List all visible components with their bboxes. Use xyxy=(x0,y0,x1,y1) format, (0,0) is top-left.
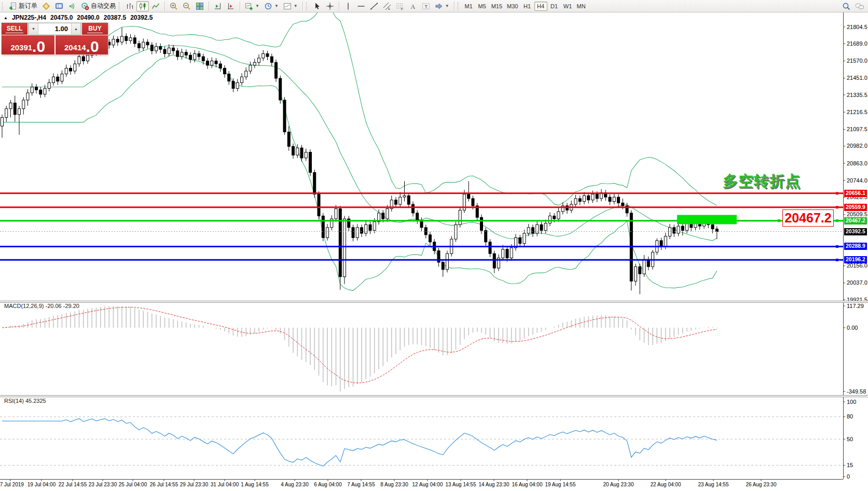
volume-down-button[interactable]: ▼ xyxy=(29,23,38,34)
fibonacci-button[interactable]: F xyxy=(394,1,406,11)
buy-button[interactable]: BUY xyxy=(82,23,108,35)
timeframe-button-mn[interactable]: MN xyxy=(575,2,588,11)
buy-price: 20414 xyxy=(64,43,86,52)
candlestick-chart-icon xyxy=(139,2,147,10)
mt5-window: 新订单 自动交易 ▼ ▼ ▼ E F A T ▼ xyxy=(0,0,868,491)
hline-handle[interactable] xyxy=(836,206,838,208)
signal-button[interactable] xyxy=(66,1,78,11)
buy-price-button[interactable]: 20414.0 xyxy=(56,35,108,54)
quote-close: 20392.5 xyxy=(130,14,153,21)
sell-price-frac: .0 xyxy=(32,39,45,54)
horizontal-line-icon xyxy=(357,2,365,10)
svg-text:F: F xyxy=(401,7,403,10)
timeframe-button-d1[interactable]: D1 xyxy=(548,2,561,11)
navigator-button[interactable] xyxy=(53,1,65,11)
volume-value[interactable]: 1.00 xyxy=(38,23,71,34)
equidistant-channel-icon: E xyxy=(383,2,391,10)
candlestick-chart-button[interactable] xyxy=(136,1,149,11)
vertical-line-button[interactable] xyxy=(342,1,354,11)
chevron-down-icon: ▼ xyxy=(274,4,279,8)
periods-button[interactable]: ▼ xyxy=(262,1,281,11)
new-chart-button[interactable]: ▼ xyxy=(243,1,261,11)
shapes-button[interactable]: ▼ xyxy=(433,1,451,11)
algo-trading-button[interactable]: 自动交易 xyxy=(79,1,118,11)
rsi-panel-separator[interactable] xyxy=(0,395,868,397)
green-rect-annotation[interactable] xyxy=(677,215,737,225)
zoom-in-button[interactable] xyxy=(168,1,180,11)
toolbar-grip[interactable] xyxy=(458,2,460,10)
chart-shift-icon xyxy=(227,2,235,10)
quote-header: ▲ JPN225-,H4 20475.0 20490.0 20387.5 203… xyxy=(4,14,153,21)
text-label-button[interactable]: T xyxy=(420,1,432,11)
trendline-button[interactable] xyxy=(368,1,380,11)
price-badge-20288.9: 20288.9 xyxy=(844,243,867,250)
hline-handle[interactable] xyxy=(836,219,838,222)
equidistant-channel-button[interactable]: E xyxy=(381,1,393,11)
hline-handle[interactable] xyxy=(836,259,838,261)
cursor-button[interactable] xyxy=(311,1,323,11)
price-badge-20656.1: 20656.1 xyxy=(844,190,867,197)
buy-label: BUY xyxy=(87,25,102,33)
crosshair-icon xyxy=(326,2,334,10)
macd-histogram xyxy=(2,306,717,391)
sell-button[interactable]: SELL xyxy=(2,23,27,35)
templates-button[interactable]: ▼ xyxy=(281,1,300,11)
timeframe-button-m15[interactable]: M15 xyxy=(489,2,504,11)
chevron-down-icon: ▼ xyxy=(294,4,298,8)
timeframe-button-m1[interactable]: M1 xyxy=(462,2,475,11)
hline-handle[interactable] xyxy=(836,192,838,194)
timeframe-group: M1M5M15M30H1H4D1W1MN xyxy=(462,2,588,11)
collapse-panel-icon[interactable]: ▲ xyxy=(4,16,8,20)
algo-trading-label: 自动交易 xyxy=(91,2,116,10)
sell-price-button[interactable]: 20391.0 xyxy=(2,35,54,54)
toolbar-grip[interactable] xyxy=(306,2,309,10)
auto-scroll-button[interactable] xyxy=(212,1,224,11)
new-order-button[interactable]: 新订单 xyxy=(7,1,39,11)
line-chart-button[interactable] xyxy=(149,1,162,11)
chevron-down-icon: ▼ xyxy=(255,4,259,8)
chart-canvas[interactable] xyxy=(0,0,868,491)
tile-windows-icon xyxy=(196,2,204,10)
signal-icon xyxy=(68,2,76,10)
search-button[interactable] xyxy=(840,1,852,11)
sell-price: 20391 xyxy=(10,43,32,52)
symbol-timeframe-label: JPN225-,H4 xyxy=(12,14,46,21)
timeframe-button-m30[interactable]: M30 xyxy=(505,2,520,11)
macd-panel-separator[interactable] xyxy=(0,301,868,303)
tile-windows-button[interactable] xyxy=(194,1,206,11)
macd-label: MACD(12,26,9) -20.06 -29.20 xyxy=(4,303,79,309)
timeframe-button-h4[interactable]: H4 xyxy=(534,2,547,11)
rsi-label: RSI(14) 45.2325 xyxy=(4,398,46,404)
buy-price-frac: .0 xyxy=(86,39,99,54)
market-watch-button[interactable] xyxy=(40,1,52,11)
svg-text:A: A xyxy=(410,3,415,10)
timeframe-button-w1[interactable]: W1 xyxy=(561,2,574,11)
text-button[interactable]: A xyxy=(407,1,419,11)
new-order-label: 新订单 xyxy=(19,2,37,10)
rsi-line xyxy=(2,418,717,466)
price-callout-label[interactable]: 20467.2 xyxy=(782,209,834,227)
toolbar-grip[interactable] xyxy=(119,2,121,10)
trendline-icon xyxy=(370,2,378,10)
chart-shift-button[interactable] xyxy=(225,1,237,11)
quote-open: 20475.0 xyxy=(50,14,73,21)
zoom-out-button[interactable] xyxy=(181,1,193,11)
hline-handle[interactable] xyxy=(836,245,838,248)
candles xyxy=(1,27,719,294)
bar-chart-button[interactable] xyxy=(123,1,136,11)
vertical-line-icon xyxy=(344,2,352,10)
toolbar-grip[interactable] xyxy=(2,2,5,10)
chat-button[interactable] xyxy=(853,1,866,11)
sell-label: SELL xyxy=(6,25,24,33)
search-icon xyxy=(842,2,850,10)
one-click-trading-panel: SELL ▼ 1.00 ▲ BUY 20391.0 20414.0 xyxy=(2,23,108,54)
volume-up-button[interactable]: ▲ xyxy=(71,23,81,34)
horizontal-line-button[interactable] xyxy=(355,1,367,11)
crosshair-button[interactable] xyxy=(324,1,336,11)
text-label-icon: T xyxy=(422,2,430,10)
timeframe-button-h1[interactable]: H1 xyxy=(521,2,534,11)
text-icon: A xyxy=(409,2,417,10)
timeframe-button-m5[interactable]: M5 xyxy=(476,2,489,11)
hline-handle[interactable] xyxy=(778,219,780,222)
turning-point-annotation[interactable]: 多空转折点 xyxy=(723,171,801,192)
